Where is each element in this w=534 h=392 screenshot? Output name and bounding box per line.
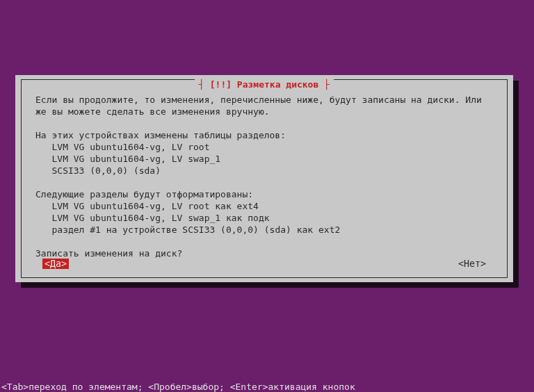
changed-heading: На этих устройствах изменены таблицы раз… bbox=[35, 130, 286, 140]
dialog-body: Если вы продолжите, то изменения, перечи… bbox=[35, 94, 493, 269]
partition-dialog: ┤ [!!] Разметка дисков ├ Если вы продолж… bbox=[15, 75, 513, 282]
changed-item: SCSI33 (0,0,0) (sda) bbox=[51, 165, 161, 176]
format-heading: Следующие разделы будут отформатированы: bbox=[35, 189, 253, 199]
format-item: LVM VG ubuntu1604-vg, LV swap_1 как подк bbox=[51, 213, 269, 223]
dialog-title: ┤ [!!] Разметка дисков ├ bbox=[195, 79, 334, 90]
yes-button[interactable]: <Да> bbox=[42, 259, 69, 269]
footer-hint: <Tab>переход по элементам; <Пробел>выбор… bbox=[1, 382, 355, 392]
changed-item: LVM VG ubuntu1604-vg, LV root bbox=[51, 142, 209, 152]
dialog-question: Записать изменения на диск? bbox=[35, 248, 182, 259]
dialog-intro: Если вы продолжите, то изменения, перечи… bbox=[35, 95, 487, 117]
format-item: LVM VG ubuntu1604-vg, LV root как ext4 bbox=[51, 201, 258, 211]
dialog-border: ┤ [!!] Разметка дисков ├ Если вы продолж… bbox=[21, 79, 508, 278]
changed-item: LVM VG ubuntu1604-vg, LV swap_1 bbox=[51, 154, 220, 164]
format-item: раздел #1 на устройстве SCSI33 (0,0,0) (… bbox=[51, 224, 340, 235]
button-row: <Да> <Нет> bbox=[42, 259, 486, 269]
dialog-title-text: [!!] Разметка дисков bbox=[210, 79, 319, 90]
no-button[interactable]: <Нет> bbox=[458, 259, 486, 269]
